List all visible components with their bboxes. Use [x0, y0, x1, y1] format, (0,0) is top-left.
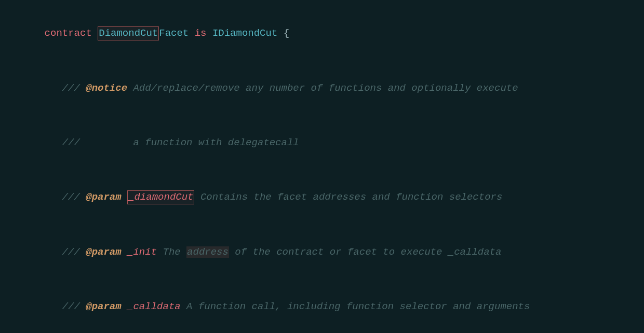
doc-text: Add/replace/remove any number of functio… — [127, 82, 518, 94]
keyword-contract: contract — [45, 27, 92, 39]
doc-text: of the contract or facet to execute _cal… — [229, 246, 502, 258]
comment-slashes: /// — [62, 246, 80, 258]
keyword-is: is — [195, 27, 207, 39]
doc-param-name: _init — [127, 246, 157, 258]
doc-line: /// @param _init The address of the cont… — [10, 225, 634, 280]
doc-tag-param: @param — [86, 191, 121, 203]
code-line: contract DiamondCutFacet is IDiamondCut … — [10, 6, 634, 61]
open-brace: { — [277, 27, 289, 39]
interface-name: IDiamondCut — [212, 27, 277, 39]
doc-text-highlight: address — [186, 246, 229, 258]
doc-line: /// @param _diamondCut Contains the face… — [10, 170, 634, 225]
doc-tag-param: @param — [86, 246, 121, 258]
comment-slashes: /// — [62, 301, 80, 312]
doc-tag-param: @param — [86, 301, 121, 312]
doc-line: /// a function with delegatecall — [10, 116, 634, 170]
doc-text: The — [157, 246, 186, 258]
doc-line: /// @notice Add/replace/remove any numbe… — [10, 61, 634, 115]
doc-param-name: _diamondCut — [128, 191, 193, 203]
comment-slashes: /// — [62, 137, 80, 148]
doc-text: a function with delegatecall — [80, 137, 299, 148]
class-name-suffix: Facet — [159, 27, 189, 39]
doc-line: /// @param _calldata A function call, in… — [10, 280, 634, 333]
code-editor: contract DiamondCutFacet is IDiamondCut … — [10, 6, 634, 333]
doc-text: A function call, including function sele… — [181, 301, 530, 312]
doc-text: Contains the facet addresses and functio… — [194, 191, 502, 203]
class-name: DiamondCut — [99, 27, 158, 39]
doc-param-name: _calldata — [127, 301, 181, 312]
doc-tag-notice: @notice — [86, 82, 127, 94]
comment-slashes: /// — [62, 191, 80, 203]
comment-slashes: /// — [62, 82, 80, 94]
